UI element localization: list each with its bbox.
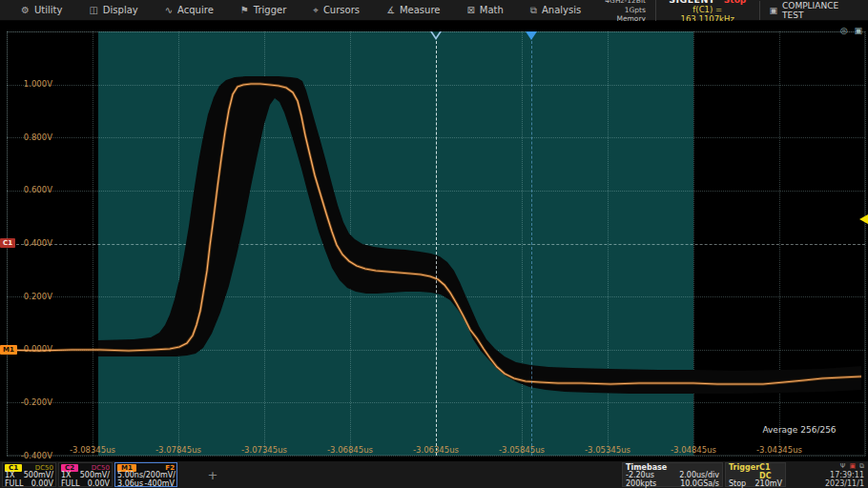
compliance-test-button[interactable]: ▣ COMPLIANCE TEST (759, 1, 860, 20)
status-bar: C1 DC50 1X500mV/ FULL0.00V C2 DC50 1X500… (0, 461, 868, 488)
waveform-canvas (0, 21, 868, 461)
menu-item-measure[interactable]: ∡Measure (373, 5, 453, 16)
menu-bar: ⚙Utility◫Display∿Acquire⚑Trigger⌖Cursors… (0, 0, 868, 21)
menu-item-display[interactable]: ◫Display (75, 5, 151, 16)
acquisition-status[interactable]: Stop (724, 0, 746, 6)
oscilloscope-screen: ⚙Utility◫Display∿Acquire⚑Trigger⌖Cursors… (0, 0, 868, 488)
menu-item-analysis[interactable]: ⧉Analysis (517, 5, 594, 16)
delay-reference-line[interactable] (531, 31, 532, 456)
average-trace-glow (2, 84, 861, 384)
trigger-label: Trigger (729, 463, 759, 480)
usb-icon: Ψ (840, 462, 846, 471)
channel-box-c1[interactable]: C1 DC50 1X500mV/ FULL0.00V (2, 462, 56, 487)
m1-zero-marker[interactable]: M1 (0, 345, 17, 355)
math-box-m1[interactable]: M1 F2 5.00ns/200mV/ 3.06us-400mV (114, 462, 177, 487)
add-trace-button[interactable]: + (204, 462, 221, 487)
m1-hpos: 3.06us (117, 480, 143, 488)
menu-items: ⚙Utility◫Display∿Acquire⚑Trigger⌖Cursors… (8, 5, 594, 16)
timebase-points: 200kpts (626, 480, 656, 488)
zoom-indicator-icon[interactable]: ◎ (840, 26, 848, 35)
c2-offset: 0.00V (88, 480, 110, 488)
system-date: 2023/11/1 (788, 479, 864, 488)
c1-bandwidth: FULL (5, 480, 23, 488)
c1-zero-marker[interactable]: C1 (0, 238, 15, 248)
math-icon: ⊠ (466, 5, 474, 15)
trigger-position-marker-inner-icon (432, 31, 440, 37)
status-bar-spacer (223, 462, 620, 487)
m1-vpos: -400mV (145, 480, 175, 488)
trigger-flag-icon: ⚑ (240, 5, 249, 15)
c1-offset: 0.00V (31, 480, 53, 488)
menu-item-trigger[interactable]: ⚑Trigger (227, 5, 300, 16)
sound-icon: ▣ (849, 462, 856, 471)
menu-item-math[interactable]: ⊠Math (453, 5, 516, 16)
cursors-icon: ⌖ (313, 5, 319, 16)
channel-box-c2[interactable]: C2 DC50 1X500mV/ FULL0.00V (58, 462, 113, 487)
screenshot-icon[interactable]: ▣ (854, 26, 862, 35)
acquire-wave-icon: ∿ (165, 5, 173, 15)
system-time: 17:39:11 (788, 471, 864, 479)
analysis-icon: ⧉ (530, 5, 537, 16)
menu-item-utility[interactable]: ⚙Utility (8, 5, 75, 16)
average-count-readout: Average 256/256 (754, 425, 845, 435)
gear-icon: ⚙ (21, 5, 30, 15)
system-icons: Ψ▣⧉ (788, 462, 864, 471)
trigger-position-line[interactable] (436, 31, 437, 456)
measure-icon: ∡ (386, 5, 395, 15)
trigger-status: Stop (729, 480, 746, 488)
compliance-icon: ▣ (770, 6, 778, 15)
trigger-level-arrow-icon[interactable] (859, 214, 868, 224)
delay-position-marker-icon[interactable] (526, 31, 537, 40)
trigger-level: 210mV (754, 480, 782, 488)
display-icon: ◫ (89, 5, 97, 15)
trigger-box[interactable]: Trigger C1 DC Stop210mV PulseNegative (725, 462, 786, 487)
menu-item-cursors[interactable]: ⌖Cursors (300, 5, 373, 16)
lan-icon: ⧉ (859, 462, 864, 471)
compliance-label: COMPLIANCE TEST (782, 1, 860, 20)
clock-box: Ψ▣⧉ 17:39:11 2023/11/1 (788, 462, 866, 487)
timebase-box[interactable]: Timebase -2.20us2.00us/div 200kpts10.0GS… (622, 462, 723, 487)
hardware-info: 4GHz-12Bit 1Gpts Memory (594, 0, 646, 24)
trigger-source: C1 DC (759, 463, 782, 480)
average-trace (2, 84, 861, 384)
timebase-samplerate: 10.0GSa/s (680, 480, 719, 488)
plot-corner-icons: ◎▣ (840, 26, 862, 35)
c2-bandwidth: FULL (61, 480, 79, 488)
menu-item-acquire[interactable]: ∿Acquire (152, 5, 227, 16)
waveform-display-area[interactable]: 1.000V0.800V0.600V0.400V0.200V0.000V-0.2… (0, 21, 868, 461)
